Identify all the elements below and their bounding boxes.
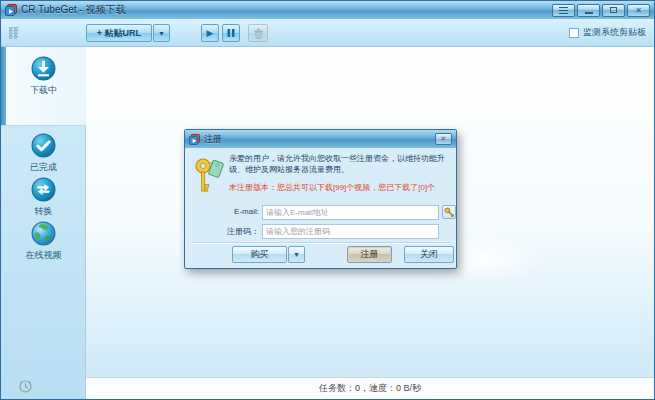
clipboard-monitor-checkbox[interactable]: 监测系统剪贴板 — [569, 26, 646, 39]
buy-button[interactable]: 购买 — [232, 246, 287, 263]
close-button-label: 关闭 — [420, 248, 438, 261]
check-icon — [31, 133, 56, 158]
email-input[interactable] — [262, 205, 439, 220]
sidebar-item-online-video[interactable]: 在线视频 — [1, 221, 86, 267]
sidebar-item-label: 转换 — [35, 205, 53, 218]
register-button-label: 注册 — [361, 248, 379, 261]
key-icon — [444, 207, 455, 218]
register-dialog: 注册 ✕ 亲爱的用户，请允许我向您收取一些注册资金，以维持功能升级、维护及网站服… — [184, 129, 457, 269]
menu-icon — [559, 7, 568, 14]
maximize-button[interactable] — [602, 4, 625, 17]
app-window: CR TubeGet - 视频下载 ✕ + 粘贴URL ▼ ▶ — [0, 0, 655, 400]
sidebar-item-completed[interactable]: 已完成 — [1, 133, 86, 177]
menu-button[interactable] — [552, 4, 575, 17]
unregistered-warning: 未注册版本：您总共可以下载[99]个视频，您已下载了[0]个 — [229, 182, 453, 193]
pause-icon — [226, 28, 236, 38]
scheduler-clock-icon[interactable] — [19, 380, 32, 393]
sidebar-item-downloading[interactable]: 下载中 — [1, 47, 86, 126]
titlebar[interactable]: CR TubeGet - 视频下载 ✕ — [1, 1, 654, 19]
retrieve-code-button[interactable] — [442, 205, 456, 219]
email-label: E-mail: — [193, 207, 259, 216]
chevron-down-icon: ▼ — [293, 251, 300, 258]
window-controls: ✕ — [552, 4, 650, 17]
dialog-title: 注册 — [204, 133, 222, 146]
minimize-button[interactable] — [577, 4, 600, 17]
app-icon — [5, 4, 17, 16]
globe-icon — [31, 221, 56, 246]
minimize-icon — [585, 12, 593, 14]
buy-dropdown-button[interactable]: ▼ — [288, 246, 305, 263]
sidebar: 下载中 已完成 转换 — [1, 47, 86, 399]
close-icon: ✕ — [635, 6, 642, 15]
play-icon: ▶ — [207, 28, 214, 38]
toolbar-grip[interactable] — [9, 27, 19, 39]
dialog-close-button[interactable]: ✕ — [435, 133, 452, 145]
pause-download-button[interactable] — [222, 24, 240, 42]
paste-url-button[interactable]: + 粘贴URL — [86, 24, 152, 42]
key-illustration — [194, 155, 225, 197]
dialog-app-icon — [189, 134, 200, 145]
status-text: 任务数：0，速度：0 B/秒 — [319, 382, 421, 395]
regcode-label: 注册码： — [193, 226, 259, 237]
convert-icon — [31, 177, 56, 202]
sidebar-item-label: 下载中 — [30, 84, 57, 97]
dialog-titlebar[interactable]: 注册 ✕ — [185, 130, 456, 148]
dialog-separator — [191, 242, 450, 244]
sidebar-item-convert[interactable]: 转换 — [1, 177, 86, 221]
delete-task-button[interactable] — [248, 24, 268, 42]
sidebar-item-label: 已完成 — [30, 161, 57, 174]
window-title: CR TubeGet - 视频下载 — [21, 3, 125, 17]
buy-button-label: 购买 — [251, 248, 269, 261]
checkbox-icon[interactable] — [569, 28, 579, 38]
paste-url-label: + 粘贴URL — [97, 27, 141, 40]
register-message: 亲爱的用户，请允许我向您收取一些注册资金，以维持功能升级、维护及网站服务器流量费… — [229, 153, 453, 175]
toolbar: + 粘贴URL ▼ ▶ 监测系统剪贴板 — [1, 19, 654, 47]
status-bar: 任务数：0，速度：0 B/秒 — [86, 377, 654, 399]
clipboard-monitor-label: 监测系统剪贴板 — [583, 26, 646, 39]
close-icon: ✕ — [441, 135, 447, 143]
download-icon — [31, 56, 56, 81]
chevron-down-icon: ▼ — [158, 30, 165, 37]
start-download-button[interactable]: ▶ — [201, 24, 219, 42]
close-button[interactable]: ✕ — [627, 4, 650, 17]
sidebar-item-label: 在线视频 — [26, 249, 62, 262]
regcode-input[interactable] — [262, 224, 439, 239]
dialog-close-action-button[interactable]: 关闭 — [404, 246, 454, 263]
register-button[interactable]: 注册 — [347, 246, 392, 263]
paste-url-dropdown-button[interactable]: ▼ — [153, 24, 170, 42]
trash-icon — [253, 28, 264, 39]
maximize-icon — [610, 7, 617, 13]
